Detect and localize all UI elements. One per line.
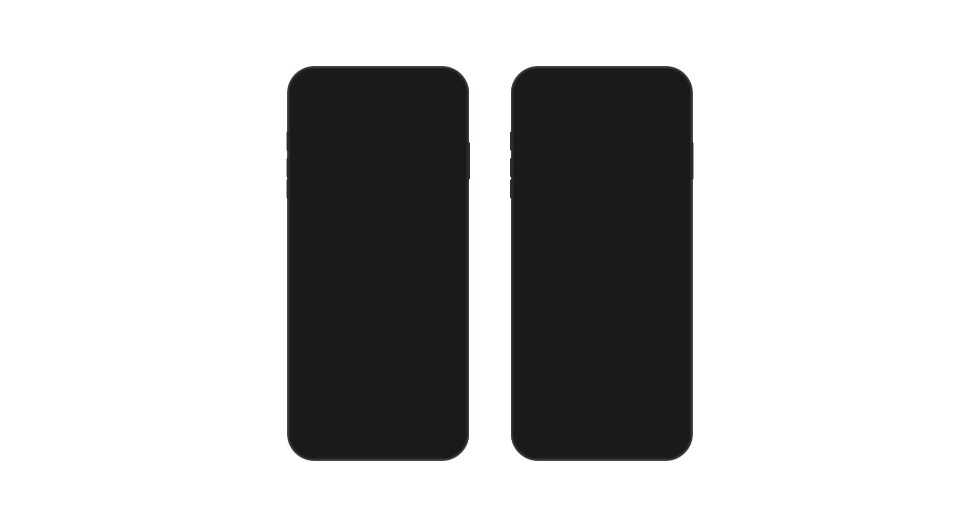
back-button-left[interactable]: ‹ Back	[301, 107, 323, 116]
home-indicator-right	[570, 449, 634, 451]
wifi-icon-left: ▲	[432, 85, 439, 93]
list-item-label-2-right: Female D1 College - Top 25 Players	[525, 237, 654, 246]
sheet-handle-left	[369, 184, 388, 186]
list-item-5-left[interactable]: Male Scratch Handicap	[293, 314, 463, 338]
list-item-3-right[interactable]: Female D1 College	[517, 254, 687, 278]
list-item-label-2-left: Male D1 College - Top 25 Players	[301, 248, 420, 257]
tab-header-right: Display Preferences	[517, 123, 687, 137]
status-time-right: 10:19	[528, 85, 548, 93]
list-item-label-6-right: Female 5 Handicap	[525, 335, 594, 344]
person-icon-left[interactable]: 👤	[410, 106, 420, 117]
home-indicator-left	[346, 449, 410, 451]
sheet-list-right: LPGA TOUR - Top 25 Players LPGA TOUR - A…	[517, 179, 687, 425]
status-icons-left: ▲ 86	[421, 85, 452, 93]
bell-icon-left[interactable]: 🔔	[427, 106, 437, 117]
back-button-right[interactable]: ‹ Back	[525, 107, 546, 116]
dynamic-island-right	[573, 74, 631, 90]
list-item-1-right[interactable]: LPGA TOUR - Average ✓	[517, 204, 687, 229]
signal-bars-left	[421, 86, 430, 92]
section-title-right: Player Ability Comparisons	[525, 145, 679, 156]
list-item-label-7-right: Female 10 Handicap	[525, 359, 599, 368]
list-item-label-0-right: LPGA TOUR - Top 25 Players	[525, 187, 631, 196]
list-item-0-left[interactable]: TOUR - Top 25 Players	[293, 190, 463, 215]
list-item-label-9-left: LPGA TOUR - Top 25 Players	[301, 419, 407, 428]
list-item-label-5-left: Male Scratch Handicap	[301, 321, 384, 330]
check-mark-1-left: ✓	[448, 222, 455, 232]
sheet-handle-area-right: ×	[517, 168, 687, 179]
list-item-label-7-left: Male 10 Handicap	[301, 370, 366, 379]
list-item-label-1-left: TOUR - Average	[301, 223, 360, 232]
list-item-8-left[interactable]: Male 15 Handicap	[293, 387, 463, 411]
list-item-label-8-left: Male 15 Handicap	[301, 394, 366, 404]
section-title-left: Player Ability Comparisons	[301, 163, 455, 174]
back-label-right: Back	[530, 107, 546, 116]
list-item-8-right[interactable]: TOUR - Top 25 Players	[517, 376, 687, 401]
bell-icon-right[interactable]: 🔔	[650, 106, 661, 117]
list-item-label-6-left: Male 5 Handicap	[301, 345, 362, 355]
signal-bars-right	[644, 86, 654, 92]
left-phone: 10:09 ▲ 86 ‹ Back 🔍 👤 🔔	[288, 67, 469, 460]
nav-icons-left: 🔍 👤 🔔 ⊕▾	[393, 106, 455, 117]
dynamic-island-left	[349, 74, 407, 90]
person-icon-right[interactable]: 👤	[633, 106, 644, 117]
status-icons-right: ▲ 84	[644, 85, 675, 93]
list-item-6-left[interactable]: Male 5 Handicap	[293, 338, 463, 363]
list-item-0-right[interactable]: LPGA TOUR - Top 25 Players	[517, 179, 687, 204]
search-icon-right[interactable]: 🔍	[616, 106, 627, 117]
list-item-7-right[interactable]: Female 10 Handicap	[517, 352, 687, 376]
status-time-left: 10:09	[305, 85, 324, 93]
list-item-9-left[interactable]: LPGA TOUR - Top 25 Players	[293, 411, 463, 436]
list-item-5-right[interactable]: Female Scratch Handicap	[517, 303, 687, 327]
list-item-label-0-left: TOUR - Top 25 Players	[301, 197, 384, 207]
check-mark-1-right: ✓	[672, 211, 679, 221]
list-item-label-5-right: Female Scratch Handicap	[525, 310, 617, 319]
list-item-label-4-left: Male Plus Handicap	[301, 297, 372, 306]
back-label-left: Back	[306, 107, 323, 116]
right-phone: 10:19 ▲ 84 ‹ Back 🔍 👤 🔔	[511, 67, 692, 460]
list-item-7-left[interactable]: Male 10 Handicap	[293, 363, 463, 387]
display-prefs-title-left: Display Preferences	[301, 129, 455, 153]
wifi-icon-right: ▲	[656, 85, 663, 93]
list-item-4-left[interactable]: Male Plus Handicap	[293, 289, 463, 314]
add-icon-left[interactable]: ⊕▾	[444, 106, 455, 117]
list-item-6-right[interactable]: Female 5 Handicap	[517, 327, 687, 352]
list-item-4-right[interactable]: Female Plus Handicap	[517, 278, 687, 303]
battery-icon-left: 86	[442, 86, 452, 93]
list-item-label-1-right: LPGA TOUR - Average	[525, 212, 607, 221]
phone-screen-left: 10:09 ▲ 86 ‹ Back 🔍 👤 🔔	[293, 72, 463, 455]
nav-bar-left: ‹ Back 🔍 👤 🔔 ⊕▾	[293, 100, 463, 123]
list-item-9-right[interactable]: TOUR - Average	[517, 401, 687, 425]
back-chevron-left: ‹	[301, 107, 304, 116]
search-icon-left[interactable]: 🔍	[393, 106, 403, 117]
add-icon-right[interactable]: ⊕▾	[667, 106, 679, 117]
bottom-sheet-left: × TOUR - Top 25 Players TOUR - Average ✓…	[293, 178, 463, 455]
list-item-label-3-right: Female D1 College	[525, 261, 593, 270]
list-item-label-3-left: Male D1 College	[301, 272, 361, 281]
sheet-handle-area-left: ×	[293, 178, 463, 190]
display-prefs-header-left: Display Preferences	[293, 123, 463, 159]
list-item-label-8-right: TOUR - Top 25 Players	[525, 384, 608, 393]
list-item-2-right[interactable]: Female D1 College - Top 25 Players	[517, 229, 687, 254]
section-header-right: Player Ability Comparisons	[517, 137, 687, 163]
display-prefs-tab-right[interactable]: Display Preferences	[525, 126, 587, 137]
list-item-3-left[interactable]: Male D1 College	[293, 265, 463, 289]
nav-icons-right: 🔍 👤 🔔 ⊕▾	[616, 106, 679, 117]
close-button-left[interactable]: ×	[442, 183, 456, 196]
list-item-label-4-right: Female Plus Handicap	[525, 286, 606, 295]
sheet-list-left: TOUR - Top 25 Players TOUR - Average ✓ M…	[293, 190, 463, 436]
sheet-handle-right	[592, 173, 611, 175]
close-button-right[interactable]: ×	[666, 172, 680, 186]
list-item-1-left[interactable]: TOUR - Average ✓	[293, 215, 463, 240]
phone-screen-right: 10:19 ▲ 84 ‹ Back 🔍 👤 🔔	[517, 72, 687, 455]
battery-icon-right: 84	[665, 86, 675, 93]
list-item-2-left[interactable]: Male D1 College - Top 25 Players	[293, 240, 463, 265]
bottom-sheet-right: × LPGA TOUR - Top 25 Players LPGA TOUR -…	[517, 168, 687, 455]
nav-bar-right: ‹ Back 🔍 👤 🔔 ⊕▾	[517, 100, 687, 123]
list-item-label-9-right: TOUR - Average	[525, 408, 584, 417]
back-chevron-right: ‹	[525, 107, 528, 116]
